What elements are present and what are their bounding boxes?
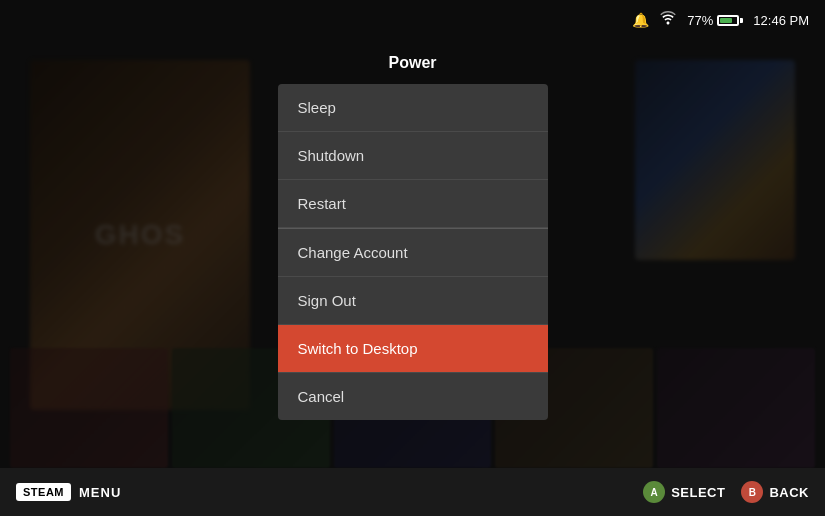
battery-tip bbox=[740, 18, 743, 23]
battery-fill bbox=[720, 18, 732, 23]
select-label: SELECT bbox=[671, 485, 725, 500]
menu-item-sign-out[interactable]: Sign Out bbox=[278, 277, 548, 325]
menu-item-switch-to-desktop[interactable]: Switch to Desktop bbox=[278, 325, 548, 373]
menu-item-shutdown[interactable]: Shutdown bbox=[278, 132, 548, 180]
menu-item-sleep[interactable]: Sleep bbox=[278, 84, 548, 132]
a-button-icon: A bbox=[643, 481, 665, 503]
dialog-title: Power bbox=[278, 50, 548, 76]
clock: 12:46 PM bbox=[753, 13, 809, 28]
wifi-icon bbox=[659, 11, 677, 29]
menu-item-cancel[interactable]: Cancel bbox=[278, 373, 548, 420]
power-menu: SleepShutdownRestartChange AccountSign O… bbox=[278, 84, 548, 420]
power-dialog: Power SleepShutdownRestartChange Account… bbox=[278, 50, 548, 420]
menu-item-restart[interactable]: Restart bbox=[278, 180, 548, 228]
b-button-icon: B bbox=[741, 481, 763, 503]
menu-item-change-account[interactable]: Change Account bbox=[278, 229, 548, 277]
back-label: BACK bbox=[769, 485, 809, 500]
steam-badge: STEAM bbox=[16, 483, 71, 501]
bottom-right-actions: A SELECT B BACK bbox=[643, 481, 809, 503]
select-action: A SELECT bbox=[643, 481, 725, 503]
status-bar: 🔔 77% 12:46 PM bbox=[0, 0, 825, 40]
battery-percent: 77% bbox=[687, 13, 713, 28]
battery-icon bbox=[717, 15, 743, 26]
battery-body bbox=[717, 15, 739, 26]
menu-label: MENU bbox=[79, 485, 121, 500]
steam-menu-button[interactable]: STEAM MENU bbox=[16, 483, 121, 501]
back-action: B BACK bbox=[741, 481, 809, 503]
bell-icon: 🔔 bbox=[632, 12, 649, 28]
battery-indicator: 77% bbox=[687, 13, 743, 28]
bottom-bar: STEAM MENU A SELECT B BACK bbox=[0, 468, 825, 516]
